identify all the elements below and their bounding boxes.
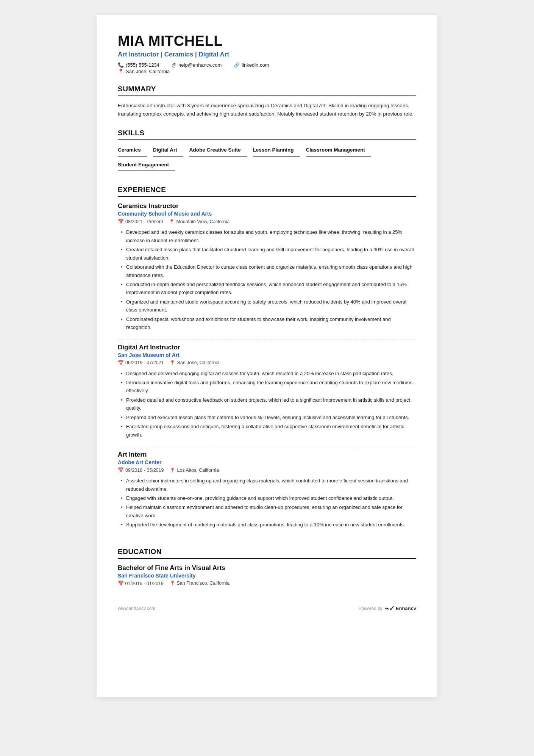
education-container: Bachelor of Fine Arts in Visual ArtsSan … [118,564,416,586]
job-block: Ceramics InstructorCommunity School of M… [118,202,416,340]
job-bullets: Developed and led weekly ceramics classe… [119,228,416,331]
job-meta: 📅 09/2018 - 05/2019 📍 Los Altos, Califor… [118,467,416,473]
edu-location: 📍 San Francisco, California [170,581,230,586]
job-dates: 📅 06/2019 - 07/2021 [118,360,164,366]
header-contact: 📞 (555) 555-1234 @ help@enhancv.com 🔗 li… [118,62,416,68]
experience-heading: EXPERIENCE [118,186,416,197]
calendar-icon: 📅 [118,467,124,473]
list-item: Facilitated group discussions and critiq… [119,423,416,439]
list-item: Helped maintain classroom environment an… [119,503,416,520]
education-section: EDUCATION Bachelor of Fine Arts in Visua… [118,548,416,586]
skill-item: Adobe Creative Suite [189,146,247,157]
location-text: San Jose, California [177,360,219,365]
list-item: Collaborated with the Education Director… [119,263,416,279]
footer-website: www.enhancv.com [118,606,155,611]
list-item: Provided detailed and constructive feedb… [119,396,416,412]
list-item: Engaged with students one-on-one, provid… [119,494,416,502]
skill-item: Ceramics [118,146,147,157]
experience-container: Ceramics InstructorCommunity School of M… [118,202,416,537]
edu-location-text: San Francisco, California [176,581,230,586]
location-icon: 📍 [170,468,175,473]
experience-section: EXPERIENCE Ceramics InstructorCommunity … [118,186,416,537]
phone-value: (555) 555-1234 [126,62,159,68]
edu-meta: 📅 01/2016 - 01/2019 📍 San Francisco, Cal… [118,581,416,586]
summary-heading: SUMMARY [118,85,416,96]
skills-list: CeramicsDigital ArtAdobe Creative SuiteL… [118,146,416,175]
job-block: Digital Art InstructorSan Jose Museum of… [118,344,416,448]
list-item: Assisted senior instructors in setting u… [119,477,416,493]
edu-degree: Bachelor of Fine Arts in Visual Arts [118,564,416,572]
enhancv-logo: ⌁✓ Enhancv [385,604,416,613]
education-heading: EDUCATION [118,548,416,559]
edu-dates: 📅 01/2016 - 01/2019 [118,581,164,586]
dates-text: 06/2019 - 07/2021 [125,360,164,365]
edu-block: Bachelor of Fine Arts in Visual ArtsSan … [118,564,416,586]
job-company: San Jose Museum of Art [118,352,416,358]
linkedin-value: linkedin.com [242,62,269,68]
job-company: Community School of Music and Arts [118,211,416,217]
skill-item: Digital Art [153,146,183,157]
footer-powered: Powered by ⌁✓ Enhancv [358,604,416,613]
phone-icon: 📞 [118,62,124,68]
list-item: Introduced innovative digital tools and … [119,379,416,395]
email-value: help@enhancv.com [178,62,222,68]
skills-section: SKILLS CeramicsDigital ArtAdobe Creative… [118,129,416,175]
list-item: Prepared and executed lesson plans that … [119,413,416,421]
list-item: Coordinated special workshops and exhibi… [119,315,416,332]
job-title: Digital Art Instructor [118,344,416,351]
job-dates: 📅 09/2018 - 05/2019 [118,467,164,473]
candidate-name: MIA MITCHELL [118,33,416,49]
dates-text: 08/2021 - Present [125,219,163,224]
list-item: Developed and led weekly ceramics classe… [119,228,416,244]
skill-item: Classroom Management [306,146,371,157]
location-text: Mountain View, California [176,219,230,224]
header: MIA MITCHELL Art Instructor | Ceramics |… [118,33,416,74]
list-item: Conducted in-depth demos and personalize… [119,280,416,297]
location-text: Los Altos, California [177,468,219,473]
location-icon: 📍 [169,219,175,224]
link-icon: 🔗 [234,62,240,68]
job-dates: 📅 08/2021 - Present [118,219,163,224]
location-icon: 📍 [170,581,175,586]
resume-page: MIA MITCHELL Art Instructor | Ceramics |… [97,15,437,697]
calendar-icon: 📅 [118,219,124,224]
email-icon: @ [172,62,176,68]
job-meta: 📅 06/2019 - 07/2021 📍 San Jose, Californ… [118,360,416,366]
powered-by-label: Powered by [358,606,382,611]
job-location: 📍 San Jose, California [170,360,219,365]
summary-section: SUMMARY Enthusiastic art instructor with… [118,85,416,119]
calendar-icon: 📅 [118,360,124,366]
dates-text: 09/2018 - 05/2019 [125,468,164,473]
job-meta: 📅 08/2021 - Present 📍 Mountain View, Cal… [118,219,416,224]
brand-name: Enhancv [396,606,416,611]
phone-contact: 📞 (555) 555-1234 [118,62,159,68]
location-icon: 📍 [118,69,124,74]
location-value: San Jose, California [126,69,170,74]
enhancv-icon: ⌁✓ [385,604,395,613]
job-block: Art InternAdobe Art Center 📅 09/2018 - 0… [118,451,416,537]
skill-item: Student Engagement [118,160,175,171]
job-location: 📍 Mountain View, California [169,219,230,224]
candidate-title: Art Instructor | Ceramics | Digital Art [118,51,416,58]
list-item: Supported the development of marketing m… [119,521,416,529]
job-company: Adobe Art Center [118,459,416,465]
linkedin-contact: 🔗 linkedin.com [234,62,269,68]
list-item: Organized and maintained studio workspac… [119,298,416,314]
list-item: Designed and delivered engaging digital … [119,369,416,377]
summary-text: Enthusiastic art instructor with 3 years… [118,102,416,119]
job-title: Art Intern [118,451,416,459]
location-item: 📍 San Jose, California [118,69,170,74]
location-icon: 📍 [170,360,175,365]
calendar-icon: 📅 [118,581,124,586]
job-location: 📍 Los Altos, California [170,468,219,473]
edu-dates-text: 01/2016 - 01/2019 [125,581,163,586]
job-bullets: Assisted senior instructors in setting u… [119,477,416,529]
skill-item: Lesson Planning [253,146,300,157]
list-item: Created detailed lesson plans that facil… [119,246,416,262]
edu-school: San Francisco State University [118,573,416,579]
skills-heading: SKILLS [118,129,416,140]
job-title: Ceramics Instructor [118,202,416,210]
location-contact: 📍 San Jose, California [118,69,416,74]
job-bullets: Designed and delivered engaging digital … [119,369,416,439]
email-contact: @ help@enhancv.com [172,62,222,68]
